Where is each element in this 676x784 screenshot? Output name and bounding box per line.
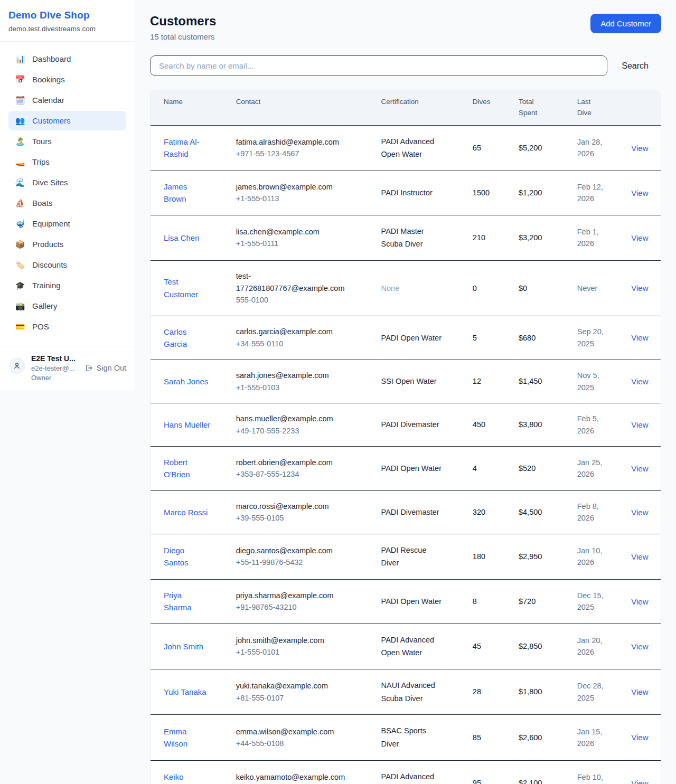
cell-contact: lisa.chen@example.com+1-555-0111 xyxy=(230,215,375,260)
view-link[interactable]: View xyxy=(631,597,648,606)
cell-last-dive: Feb 12, 2026 xyxy=(571,171,625,215)
sidebar-item-label: Training xyxy=(32,281,61,290)
customer-email: robert.obrien@example.com xyxy=(236,457,350,468)
sidebar-item-bookings[interactable]: 📅Bookings xyxy=(8,70,126,89)
sidebar-item-dive-sites[interactable]: 🌊Dive Sites xyxy=(8,173,126,192)
customer-phone: +49-170-555-2233 xyxy=(236,425,369,437)
sidebar-item-boats[interactable]: ⛵Boats xyxy=(8,193,126,213)
view-link[interactable]: View xyxy=(631,233,648,242)
cell-certification: PADI Rescue Diver xyxy=(375,534,466,579)
bar-chart-icon: 📊 xyxy=(15,55,25,63)
sidebar-item-label: Trips xyxy=(32,157,50,166)
cell-name: John Smith xyxy=(151,624,230,669)
customer-name-link[interactable]: Lisa Chen xyxy=(164,232,200,244)
customer-name-link[interactable]: John Smith xyxy=(164,640,203,653)
column-header-name: Name xyxy=(151,90,230,125)
cell-last-dive: Jan 28, 2026 xyxy=(571,125,625,171)
sidebar-item-discounts[interactable]: 🏷️Discounts xyxy=(8,255,126,275)
customer-name-link[interactable]: Yuki Tanaka xyxy=(164,686,206,698)
view-link[interactable]: View xyxy=(631,420,648,429)
cell-name: Diego Santos xyxy=(151,534,230,579)
table-row: Robert O'Brienrobert.obrien@example.com+… xyxy=(151,447,661,491)
table-row: Hans Muellerhans.mueller@example.com+49-… xyxy=(151,403,661,447)
customer-name-link[interactable]: Robert O'Brien xyxy=(164,456,211,481)
sidebar-item-training[interactable]: 🎓Training xyxy=(8,276,126,295)
sidebar-item-calendar[interactable]: 🗓️Calendar xyxy=(8,90,126,110)
view-link[interactable]: View xyxy=(631,687,648,696)
cell-dives: 0 xyxy=(466,261,512,316)
search-button[interactable]: Search xyxy=(607,61,661,71)
cell-dives: 210 xyxy=(466,215,512,260)
cell-actions: View xyxy=(625,580,661,624)
column-header-total-spent: Total Spent xyxy=(512,90,571,125)
customer-name-link[interactable]: Fatima Al-Rashid xyxy=(164,136,211,160)
sidebar: Demo Dive Shop demo.test.divestreams.com… xyxy=(0,0,135,391)
customer-name-link[interactable]: Emma Wilson xyxy=(164,725,211,750)
view-link[interactable]: View xyxy=(631,642,648,651)
cell-certification: BSAC Sports Diver xyxy=(375,715,466,760)
cell-contact: test-1772681807767@example.com555-0100 xyxy=(230,261,375,316)
sidebar-header: Demo Dive Shop demo.test.divestreams.com xyxy=(0,0,135,42)
customer-email: diego.santos@example.com xyxy=(236,545,350,556)
page-header-text: Customers 15 total customers xyxy=(150,14,216,41)
customer-name-link[interactable]: Priya Sharma xyxy=(164,589,211,614)
search-input[interactable] xyxy=(150,55,607,76)
cell-last-dive: Nov 5, 2025 xyxy=(571,360,625,403)
cell-total-spent: $3,200 xyxy=(512,215,571,260)
table-row: Diego Santosdiego.santos@example.com+55-… xyxy=(151,534,661,579)
page-title: Customers xyxy=(150,14,216,29)
spiral-calendar-icon: 🗓️ xyxy=(15,96,25,104)
customer-name-link[interactable]: Test Customer xyxy=(164,276,211,300)
sign-out-button[interactable]: Sign Out xyxy=(84,364,126,372)
cell-dives: 320 xyxy=(466,490,512,534)
table-row: Priya Sharmapriya.sharma@example.com+91-… xyxy=(151,580,661,624)
customer-email: lisa.chen@example.com xyxy=(236,226,350,238)
cell-name: Carlos Garcia xyxy=(151,316,230,360)
customer-name-link[interactable]: Carlos Garcia xyxy=(164,326,211,351)
view-link[interactable]: View xyxy=(631,779,648,784)
sidebar-item-pos[interactable]: 💳POS xyxy=(8,317,126,336)
sidebar-item-products[interactable]: 📦Products xyxy=(8,234,126,254)
table-row: Marco Rossimarco.rossi@example.com+39-55… xyxy=(151,490,661,534)
customer-name-link[interactable]: Sarah Jones xyxy=(164,375,208,388)
sidebar-item-label: Equipment xyxy=(32,219,70,228)
add-customer-button[interactable]: Add Customer xyxy=(590,14,661,33)
customer-name-link[interactable]: Keiko Yamamoto xyxy=(164,771,211,784)
customer-email: marco.rossi@example.com xyxy=(236,500,350,512)
view-link[interactable]: View xyxy=(631,284,648,292)
customer-phone: +34-555-0110 xyxy=(236,338,369,350)
view-link[interactable]: View xyxy=(631,144,648,153)
wave-icon: 🌊 xyxy=(15,178,25,186)
sidebar-item-trips[interactable]: 🚤Trips xyxy=(8,152,126,172)
calendar-icon: 📅 xyxy=(15,75,25,83)
sidebar-item-equipment[interactable]: 🤿Equipment xyxy=(8,214,126,233)
cell-total-spent: $720 xyxy=(512,580,571,624)
view-link[interactable]: View xyxy=(631,333,648,342)
customer-phone: +44-555-0108 xyxy=(236,738,369,749)
table-row: Sarah Jonessarah.jones@example.com+1-555… xyxy=(151,360,661,403)
cell-last-dive: Dec 15, 2025 xyxy=(571,580,625,624)
view-link[interactable]: View xyxy=(631,464,648,473)
cell-total-spent: $680 xyxy=(512,316,571,360)
view-link[interactable]: View xyxy=(631,733,648,742)
customer-name-link[interactable]: Diego Santos xyxy=(164,544,211,569)
cell-total-spent: $1,450 xyxy=(512,360,571,403)
customer-name-link[interactable]: James Brown xyxy=(164,181,211,205)
cell-last-dive: Feb 5, 2026 xyxy=(571,403,625,447)
customer-name-link[interactable]: Marco Rossi xyxy=(164,506,208,518)
last-dive-value: Feb 12, 2026 xyxy=(577,181,610,205)
cell-total-spent: $3,800 xyxy=(512,403,571,447)
sidebar-item-dashboard[interactable]: 📊Dashboard xyxy=(8,49,126,69)
view-link[interactable]: View xyxy=(631,508,648,517)
customer-name-link[interactable]: Hans Mueller xyxy=(164,419,210,431)
view-link[interactable]: View xyxy=(631,552,648,561)
sidebar-item-label: Tours xyxy=(32,137,52,146)
view-link[interactable]: View xyxy=(631,377,648,386)
sidebar-item-customers[interactable]: 👥Customers xyxy=(8,111,126,130)
view-link[interactable]: View xyxy=(631,188,648,197)
cell-contact: keiko.yamamoto@example.com+81-90-1234-56… xyxy=(230,760,375,784)
sidebar-item-gallery[interactable]: 📸Gallery xyxy=(8,296,126,316)
sidebar-item-tours[interactable]: 🏝️Tours xyxy=(8,131,126,151)
table-row: Lisa Chenlisa.chen@example.com+1-555-011… xyxy=(151,215,661,260)
speedboat-icon: 🚤 xyxy=(15,158,25,166)
